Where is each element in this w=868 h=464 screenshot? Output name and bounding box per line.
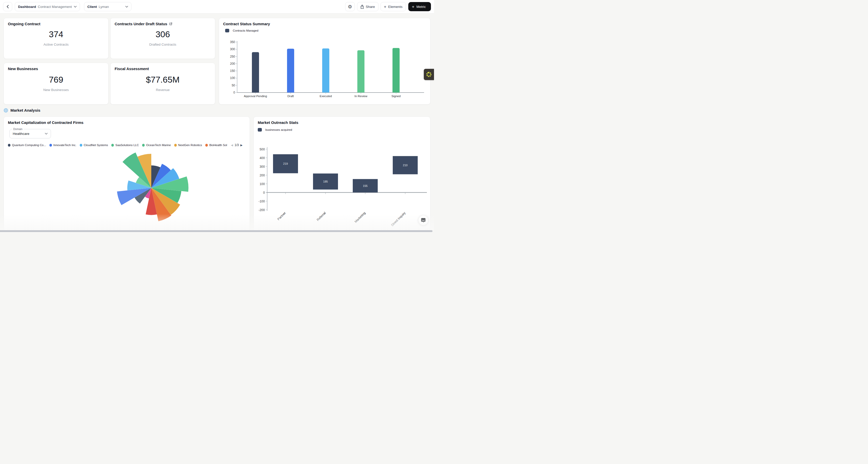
kpi-value: 374 <box>4 29 108 39</box>
x-axis-label-rotated: Partner <box>277 211 286 221</box>
client-value: Lyman <box>99 5 109 9</box>
svg-text:200: 200 <box>259 174 265 177</box>
dashboard-selector[interactable]: Dashboard Contract Management <box>15 2 80 11</box>
card-title: Fiscal Assessment <box>115 66 149 71</box>
horizontal-scrollbar[interactable] <box>0 230 432 232</box>
kpi-subtitle: Active Contracts <box>4 42 108 47</box>
svg-text:200: 200 <box>230 62 235 65</box>
svg-text:100: 100 <box>230 76 235 80</box>
share-label: Share <box>366 5 375 9</box>
kpi-value: $77.65M <box>111 75 215 85</box>
bar-value-label: 210 <box>403 164 407 167</box>
bar-value-label: 185 <box>323 180 328 183</box>
elements-button[interactable]: + Elements <box>380 2 406 11</box>
x-axis-label: Executed <box>320 94 332 98</box>
gear-icon: ⚙ <box>348 4 352 9</box>
plus-icon: + <box>412 5 414 9</box>
card-title: Contracts Under Draft Status <box>115 22 167 26</box>
kpi-subtitle: Revenue <box>111 88 215 92</box>
section-market-analysis: Market Analysis <box>4 108 40 113</box>
x-axis-label: In Review <box>354 94 368 98</box>
kpi-card-contracts-under-draft: Contracts Under Draft Status 306 Drafted… <box>110 18 215 59</box>
svg-text:100: 100 <box>259 182 265 186</box>
add-metric-button[interactable]: + Metric <box>408 2 431 11</box>
market-outreach-waterfall-chart: 5004003002001000-100-200219Partner185Ref… <box>254 117 430 232</box>
kpi-subtitle: New Businesses <box>4 88 108 92</box>
chevron-left-icon <box>6 5 9 8</box>
chevron-down-icon <box>74 6 77 8</box>
x-axis-label-rotated: Marketing <box>354 211 366 224</box>
svg-text:-200: -200 <box>258 208 265 212</box>
x-axis-label: Approval Pending <box>244 94 267 98</box>
svg-text:250: 250 <box>230 55 235 58</box>
back-button[interactable] <box>3 2 12 11</box>
dashboard-value: Contract Management <box>38 5 72 9</box>
kpi-value: 306 <box>111 29 215 39</box>
kpi-card-ongoing-contract: Ongoing Contract 374 Active Contracts <box>4 18 108 59</box>
globe-icon <box>4 108 8 113</box>
market-outreach-card: Market Outreach Stats businesses acquire… <box>253 117 430 232</box>
kpi-card-new-businesses: New Businesses 769 New Businesses <box>4 63 108 105</box>
x-axis-label: Signed <box>392 94 401 98</box>
chevron-down-icon <box>125 6 128 8</box>
asterisk-icon <box>425 71 432 78</box>
client-label: Client <box>87 5 97 9</box>
metric-label: Metric <box>416 5 426 9</box>
assistant-widget-button[interactable] <box>424 69 434 80</box>
svg-text:500: 500 <box>259 148 265 151</box>
bar-value-label: 155 <box>363 184 368 187</box>
client-selector[interactable]: Client Lyman <box>84 2 131 11</box>
svg-text:150: 150 <box>230 69 235 72</box>
top-bar: Dashboard Contract Management Client Lym… <box>0 0 434 13</box>
dashboard-label: Dashboard <box>18 5 36 9</box>
svg-text:300: 300 <box>259 165 265 169</box>
bar-executed[interactable] <box>322 49 329 92</box>
share-button[interactable]: Share <box>357 2 378 11</box>
bar-signed[interactable] <box>393 48 400 92</box>
share-icon <box>361 5 364 9</box>
kpi-subtitle: Drafted Contracts <box>111 42 215 47</box>
bar-in-review[interactable] <box>357 50 365 92</box>
x-axis-label-rotated: Referral <box>316 211 327 222</box>
kpi-card-fiscal-assessment: Fiscal Assessment $77.65M Revenue <box>110 63 215 105</box>
svg-text:0: 0 <box>263 191 265 195</box>
svg-text:400: 400 <box>259 156 265 160</box>
contract-status-summary-card: Contract Status Summary Contracts Manage… <box>219 18 430 105</box>
external-link-icon[interactable] <box>169 22 173 26</box>
svg-text:0: 0 <box>233 91 235 94</box>
kpi-value: 769 <box>4 75 108 85</box>
section-title: Market Analysis <box>10 108 40 113</box>
x-axis-label-rotated: Direct Inquiry <box>391 211 406 227</box>
settings-button[interactable]: ⚙ <box>345 2 355 11</box>
card-title: Ongoing Contract <box>8 22 40 26</box>
market-cap-rose-chart <box>4 117 250 232</box>
chat-launcher-button[interactable] <box>418 215 428 225</box>
contract-status-bar-chart: 050100150200250300350Approval PendingDra… <box>219 18 430 105</box>
market-cap-card: Market Capitalization of Contracted Firm… <box>4 117 250 232</box>
svg-text:350: 350 <box>230 40 235 44</box>
svg-text:50: 50 <box>232 84 235 87</box>
elements-label: Elements <box>388 5 402 9</box>
x-axis-label: Draft <box>287 94 294 98</box>
card-title: New Businesses <box>8 66 38 71</box>
chat-bubble-icon <box>421 218 426 223</box>
svg-text:-100: -100 <box>258 200 265 203</box>
plus-icon: + <box>384 5 386 9</box>
svg-text:300: 300 <box>230 48 235 51</box>
bar-approval-pending[interactable] <box>252 52 259 92</box>
bar-value-label: 219 <box>283 162 288 165</box>
bar-draft[interactable] <box>287 49 294 92</box>
